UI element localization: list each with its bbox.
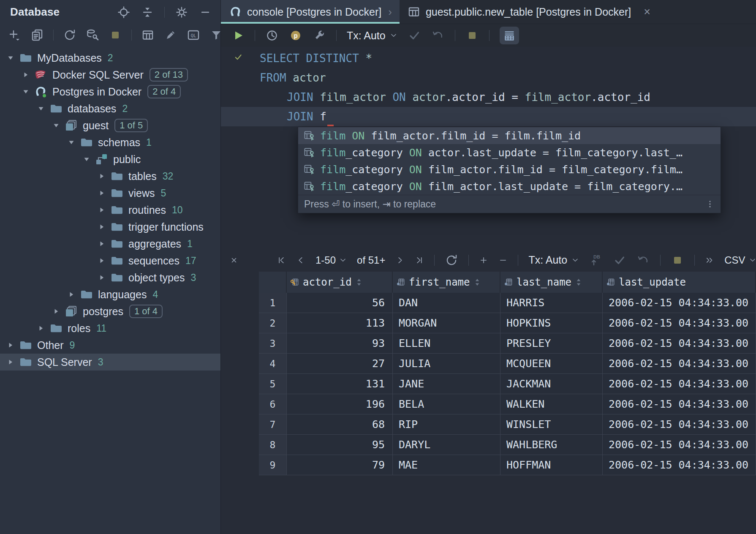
tree-item-public[interactable]: public — [0, 151, 220, 168]
cell-first-name[interactable]: JANE — [393, 374, 500, 394]
cell-last-name[interactable]: HOFFMAN — [500, 455, 603, 475]
cell-last-update[interactable]: 2006-02-15 04:34:33.00 — [603, 394, 756, 414]
tree-item-roles[interactable]: roles11 — [0, 320, 220, 337]
cell-first-name[interactable]: RIP — [393, 414, 500, 435]
column-header-last-name[interactable]: last_name — [500, 272, 603, 293]
close-icon[interactable]: × — [644, 6, 650, 18]
in-editor-results-toggle[interactable] — [500, 27, 519, 44]
chevrons-right-icon[interactable] — [705, 256, 714, 265]
statement-ok-check-icon[interactable] — [234, 52, 243, 62]
commit-check-icon[interactable] — [408, 29, 421, 42]
tree-item-mydatabases[interactable]: MyDatabases2 — [0, 49, 220, 66]
cell-first-name[interactable]: MORGAN — [393, 313, 500, 333]
tree-item-object-types[interactable]: object types3 — [0, 269, 220, 286]
completion-item-3[interactable]: film_category ON film_actor.film_id = fi… — [298, 161, 721, 178]
refresh-icon[interactable] — [63, 28, 76, 42]
last-page-icon[interactable] — [415, 256, 424, 265]
first-page-icon[interactable] — [277, 256, 286, 265]
query-console-icon[interactable]: QL — [187, 28, 200, 42]
chevron-down-icon[interactable] — [6, 53, 15, 63]
code-line-4[interactable]: JOIN f — [221, 107, 756, 126]
chevron-right-icon[interactable] — [97, 222, 106, 232]
code-line-1[interactable]: SELECT DISTINCT * — [221, 49, 756, 68]
tree-item-other[interactable]: Other9 — [0, 337, 220, 354]
cell-last-name[interactable]: WALKEN — [500, 394, 603, 414]
code-line-3[interactable]: JOIN film_actor ON actor.actor_id = film… — [221, 87, 756, 107]
cell-first-name[interactable]: DARYL — [393, 435, 500, 455]
chevron-right-icon[interactable] — [97, 256, 106, 265]
settings-gear-icon[interactable] — [175, 5, 188, 19]
tree-item-sql-server[interactable]: SQL Server3 — [0, 354, 220, 371]
chevron-down-icon[interactable] — [82, 155, 91, 164]
chevron-down-icon[interactable] — [67, 138, 76, 147]
cell-last-name[interactable]: WAHLBERG — [500, 435, 603, 455]
tree-item-postgres-in-docker[interactable]: Postgres in Docker2 of 4 — [0, 83, 220, 100]
tx-mode-dropdown[interactable]: Tx: Auto — [347, 30, 397, 42]
tree-item-aggregates[interactable]: aggregates1 — [0, 235, 220, 252]
tab-new-table[interactable]: guest.public.new_table [Postgres in Dock… — [400, 0, 658, 24]
new-item-plus-icon[interactable] — [8, 28, 21, 42]
run-icon[interactable] — [231, 29, 245, 42]
tree-item-guest[interactable]: guest1 of 5 — [0, 117, 220, 134]
next-page-icon[interactable] — [395, 256, 405, 265]
kebab-menu-icon[interactable] — [705, 199, 715, 209]
rollback-icon[interactable] — [636, 253, 650, 267]
chevron-right-icon[interactable]: › — [388, 5, 392, 19]
tree-item-views[interactable]: views5 — [0, 185, 220, 202]
cell-last-update[interactable]: 2006-02-15 04:34:33.00 — [603, 374, 756, 394]
column-header-actor-id[interactable]: actor_id — [287, 272, 393, 293]
tree-item-postgres[interactable]: postgres1 of 4 — [0, 303, 220, 320]
row-number[interactable]: 9 — [259, 455, 287, 475]
cell-last-name[interactable]: MCQUEEN — [500, 354, 603, 374]
close-icon[interactable] — [230, 256, 238, 264]
open-table-icon[interactable] — [141, 28, 155, 42]
sort-arrows-icon[interactable] — [576, 279, 582, 286]
sort-arrows-icon[interactable] — [474, 279, 480, 286]
tree-item-databases[interactable]: databases2 — [0, 100, 220, 117]
tree-item-routines[interactable]: routines10 — [0, 202, 220, 218]
chevron-right-icon[interactable] — [97, 205, 106, 215]
tree-item-languages[interactable]: languages4 — [0, 286, 220, 303]
cell-last-update[interactable]: 2006-02-15 04:34:33.00 — [603, 313, 756, 333]
cell-actor-id[interactable]: 113 — [287, 313, 393, 333]
commit-check-icon[interactable] — [613, 253, 626, 267]
sort-arrows-icon[interactable] — [356, 279, 362, 286]
cell-actor-id[interactable]: 79 — [287, 455, 393, 475]
chevron-right-icon[interactable] — [52, 307, 61, 316]
tab-console[interactable]: console [Postgres in Docker] › — [221, 0, 400, 24]
page-size-dropdown[interactable]: 1-50 — [315, 254, 347, 266]
tx-mode-dropdown[interactable]: Tx: Auto — [528, 254, 579, 266]
cell-actor-id[interactable]: 68 — [287, 414, 393, 435]
row-number[interactable]: 1 — [259, 293, 287, 313]
modify-pencil-icon[interactable] — [164, 28, 177, 42]
cell-last-name[interactable]: PRESLEY — [500, 333, 603, 354]
column-header-last-update[interactable]: last_update — [603, 272, 756, 293]
chevron-right-icon[interactable] — [6, 341, 15, 350]
completion-item-1[interactable]: film ON film_actor.film_id = film.film_i… — [298, 127, 721, 144]
rollback-icon[interactable] — [431, 29, 445, 42]
cell-actor-id[interactable]: 93 — [287, 333, 393, 354]
row-number[interactable]: 6 — [259, 394, 287, 414]
reload-icon[interactable] — [445, 253, 458, 267]
tree-item-tables[interactable]: tables32 — [0, 168, 220, 185]
cell-last-update[interactable]: 2006-02-15 04:34:33.00 — [603, 435, 756, 455]
chevron-right-icon[interactable] — [97, 239, 106, 248]
completion-item-2[interactable]: film_category ON actor.last_update = fil… — [298, 144, 721, 161]
hide-panel-icon[interactable] — [199, 5, 212, 19]
row-number[interactable]: 5 — [259, 374, 287, 394]
row-number[interactable]: 4 — [259, 354, 287, 374]
duplicate-icon[interactable] — [30, 28, 44, 42]
cell-first-name[interactable]: DAN — [393, 293, 500, 313]
chevron-right-icon[interactable] — [36, 324, 46, 333]
chevron-down-icon[interactable] — [21, 87, 30, 96]
cell-last-update[interactable]: 2006-02-15 04:34:33.00 — [603, 354, 756, 374]
chevron-right-icon[interactable] — [97, 172, 106, 181]
chevron-right-icon[interactable] — [21, 70, 30, 79]
cell-last-name[interactable]: HOPKINS — [500, 313, 603, 333]
cell-first-name[interactable]: ELLEN — [393, 333, 500, 354]
tree-item-docker-sql-server[interactable]: Docker SQL Server2 of 13 — [0, 66, 220, 83]
tree-item-schemas[interactable]: schemas1 — [0, 134, 220, 151]
column-header-first-name[interactable]: first_name — [393, 272, 500, 293]
chevron-right-icon[interactable] — [6, 357, 15, 367]
row-number[interactable]: 3 — [259, 333, 287, 354]
